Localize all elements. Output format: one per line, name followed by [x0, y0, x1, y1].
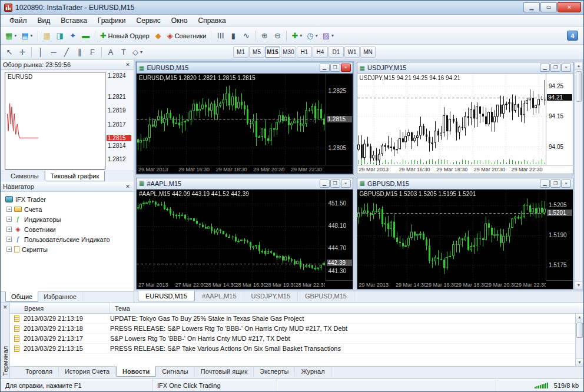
new-order-button[interactable]: ✚Новый Ордер: [98, 29, 152, 42]
indicators-button[interactable]: ✚▾: [289, 29, 304, 42]
chart-restore-button[interactable]: ❐: [330, 64, 340, 72]
expand-icon[interactable]: +: [6, 227, 12, 232]
chart-title-bar[interactable]: ▦ USDJPY,M15 ▁ ❐ ×: [357, 62, 573, 74]
tab-common[interactable]: Общие: [5, 291, 38, 302]
navigator-header[interactable]: Навигатор ✕: [1, 182, 134, 192]
line-chart-button[interactable]: ∿: [240, 29, 253, 42]
tab-signals[interactable]: Сигналы: [156, 367, 195, 376]
chart-window-aapl[interactable]: ▦ #AAPL,M15 ▁ ❐ × #AAPL,M15 442.09 443.1…: [136, 178, 353, 290]
tab-experts[interactable]: Эксперты: [254, 367, 295, 376]
chart-close-button[interactable]: ×: [561, 64, 571, 72]
chart-window-eurusd[interactable]: ▦ EURUSD,M15 ▁ ❐ × EURUSD,M15 1.2820 1.2…: [136, 62, 353, 174]
scrollbar-thumb[interactable]: [576, 71, 582, 102]
menu-charts[interactable]: Графики: [92, 15, 131, 26]
navigator-button[interactable]: ✦: [67, 29, 79, 42]
menu-file[interactable]: Файл: [4, 15, 32, 26]
tab-symbols[interactable]: Символы: [5, 171, 45, 181]
title-bar[interactable]: 1020890: InstaTrader - EURUSD,M15 ▁ ▭ ×: [1, 1, 583, 15]
data-window-button[interactable]: ◨: [54, 29, 67, 42]
tab-mailbox[interactable]: Почтовый ящик: [195, 367, 254, 376]
timeframe-d1[interactable]: D1: [328, 46, 344, 58]
scrollbar-thumb[interactable]: [576, 323, 583, 338]
trendline-button[interactable]: ╱: [60, 46, 73, 59]
zoom-out-button[interactable]: ⊖: [271, 29, 284, 42]
news-row[interactable]: 2013/03/29 21:13:15 PRESS RELEASE: S&P T…: [10, 344, 575, 354]
chart-tab-gbpusd[interactable]: GBPUSD,M15: [298, 291, 354, 301]
terminal-button[interactable]: ▬: [79, 29, 92, 42]
chart-plot[interactable]: #AAPL,M15 442.09 443.19 441.52 442.39: [137, 190, 326, 281]
tab-trade[interactable]: Торговля: [19, 367, 59, 376]
market-watch-close-icon[interactable]: ✕: [124, 62, 131, 68]
horizontal-line-button[interactable]: ─: [47, 46, 60, 59]
tree-item-account[interactable]: IFX Trader: [1, 194, 134, 204]
templates-button[interactable]: ▨▾: [320, 29, 336, 42]
timeframe-m1[interactable]: M1: [233, 46, 248, 58]
tab-news[interactable]: Новости: [116, 366, 156, 377]
bar-chart-button[interactable]: ☰: [214, 29, 227, 42]
chart-close-button[interactable]: ×: [561, 180, 571, 188]
timeframe-m15[interactable]: M15: [265, 46, 280, 58]
tab-journal[interactable]: Журнал: [295, 367, 331, 376]
advisors-button[interactable]: ◈Советники: [165, 29, 209, 42]
timeframe-h4[interactable]: H4: [313, 46, 328, 58]
tree-item-scripts[interactable]: + Скрипты: [1, 244, 134, 254]
tree-item-indicators[interactable]: + ƒ Индикаторы: [1, 214, 134, 224]
scroll-up-icon[interactable]: ▲: [575, 62, 582, 70]
chart-restore-button[interactable]: ❐: [330, 180, 340, 188]
timeframe-h1[interactable]: H1: [297, 46, 312, 58]
menu-help[interactable]: Справка: [193, 15, 231, 26]
close-button[interactable]: ×: [558, 2, 581, 12]
menu-tools[interactable]: Сервис: [131, 15, 166, 26]
chart-tab-eurusd[interactable]: EURUSD,M15: [138, 291, 195, 301]
tick-chart-plot[interactable]: EURUSD: [5, 72, 105, 170]
chart-title-bar[interactable]: ▦ EURUSD,M15 ▁ ❐ ×: [137, 62, 353, 74]
crosshair-button[interactable]: ✛: [16, 46, 29, 59]
column-topic[interactable]: Тема: [110, 305, 583, 312]
chart-close-button[interactable]: ×: [341, 180, 351, 188]
chart-plot[interactable]: GBPUSD,M15 1.5203 1.5205 1.5195 1.5201: [357, 190, 546, 281]
tree-item-advisors[interactable]: + ◈ Советники: [1, 224, 134, 234]
new-chart-button[interactable]: ▦▾: [3, 29, 19, 42]
chart-title-bar[interactable]: ▦ #AAPL,M15 ▁ ❐ ×: [137, 178, 353, 190]
text-button[interactable]: A: [104, 46, 117, 59]
chart-close-button[interactable]: ×: [341, 64, 351, 72]
market-watch-button[interactable]: ▥: [41, 29, 54, 42]
expand-icon[interactable]: +: [6, 237, 12, 242]
news-row[interactable]: 2013/03/29 21:13:17 S&P Lowers Rtg To 'B…: [10, 334, 575, 344]
tab-favorites[interactable]: Избранное: [38, 292, 82, 301]
chart-tab-usdjpy[interactable]: USDJPY,M15: [244, 291, 298, 301]
vertical-line-button[interactable]: │: [34, 46, 47, 59]
workspace-scrollbar[interactable]: ▲ ▼: [575, 62, 583, 290]
chart-title-bar[interactable]: ▦ GBPUSD,M15 ▁ ❐ ×: [357, 178, 573, 190]
news-row[interactable]: 2013/03/29 21:13:19 UPDATE: Tokyo Gas To…: [10, 314, 575, 324]
notification-badge[interactable]: 4: [567, 31, 578, 41]
tree-item-accounts[interactable]: + Счета: [1, 204, 134, 214]
periods-button[interactable]: ◷▾: [304, 29, 320, 42]
chart-restore-button[interactable]: ❐: [550, 180, 560, 188]
text-label-button[interactable]: T: [117, 46, 130, 59]
tab-tick-chart[interactable]: Тиковый график: [45, 171, 105, 181]
chart-restore-button[interactable]: ❐: [550, 64, 560, 72]
tab-account-history[interactable]: История Счета: [59, 367, 116, 376]
chart-plot[interactable]: EURUSD,M15 1.2820 1.2821 1.2815 1.2815: [137, 74, 326, 165]
news-row[interactable]: 2013/03/29 21:13:18 PRESS RELEASE: S&P L…: [10, 324, 575, 334]
metaeditor-button[interactable]: ◆: [152, 29, 165, 42]
timeframe-m5[interactable]: M5: [249, 46, 264, 58]
timeframe-w1[interactable]: W1: [344, 46, 360, 58]
chart-minimize-button[interactable]: ▁: [320, 64, 330, 72]
timeframe-m30[interactable]: M30: [281, 46, 296, 58]
expand-icon[interactable]: +: [6, 247, 12, 252]
scroll-up-icon[interactable]: ▲: [576, 314, 583, 321]
fibonacci-button[interactable]: F: [86, 46, 99, 59]
zoom-in-button[interactable]: ⊕: [258, 29, 271, 42]
chart-minimize-button[interactable]: ▁: [320, 180, 330, 188]
timeframe-mn[interactable]: MN: [360, 46, 376, 58]
menu-window[interactable]: Окно: [166, 15, 193, 26]
terminal-close-icon[interactable]: ✕: [3, 304, 8, 310]
cursor-button[interactable]: ↖: [3, 46, 16, 59]
scroll-down-icon[interactable]: ▼: [575, 281, 582, 289]
menu-insert[interactable]: Вставка: [55, 15, 92, 26]
menu-view[interactable]: Вид: [32, 15, 56, 26]
terminal-scrollbar[interactable]: ▲ ▼: [575, 314, 583, 366]
chart-plot[interactable]: USDJPY,M15 94.21 94.25 94.16 94.21: [357, 74, 546, 165]
